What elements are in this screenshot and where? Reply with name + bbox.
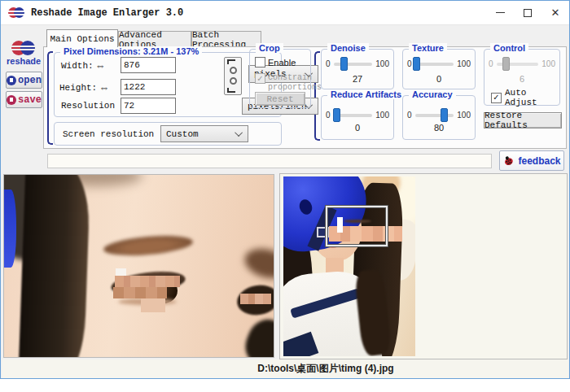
slider-max-label: 100	[542, 59, 555, 68]
slider-max-label: 100	[375, 111, 389, 120]
auto-adjust-label: Auto Adjust	[505, 88, 559, 107]
denoise-slider[interactable]	[334, 63, 373, 66]
preview-full-panel[interactable]	[279, 173, 568, 359]
reduce-artifacts-slider[interactable]	[334, 114, 373, 117]
slider-min-label: 0	[407, 59, 412, 68]
accuracy-slider[interactable]	[415, 114, 454, 117]
denoise-value: 27	[322, 74, 393, 84]
control-value: 6	[484, 74, 559, 84]
reduce-artifacts-value: 0	[322, 123, 393, 133]
control-group: Control 0 100 6 ✓ Auto Adjust	[484, 49, 560, 106]
slider-thumb[interactable]	[441, 108, 448, 122]
reshade-logo-icon	[11, 41, 36, 55]
texture-value: 0	[403, 74, 475, 84]
slider-thumb[interactable]	[413, 57, 420, 71]
width-resize-icon: ⇔	[95, 59, 106, 72]
resolution-label: Resolution	[61, 101, 115, 111]
reduce-artifacts-group: Reduce Artifacts 0 100 0	[321, 95, 394, 140]
crop-legend: Crop	[256, 43, 283, 53]
constrain-label-line2: proportions	[268, 83, 322, 92]
preview-zoom-panel[interactable]	[3, 174, 274, 358]
screen-resolution-group: Screen resolution Custom	[54, 122, 282, 146]
feedback-button-label: feedback	[518, 155, 560, 167]
maximize-button[interactable]	[514, 1, 542, 24]
slider-min-label: 0	[326, 111, 331, 120]
control-legend: Control	[490, 43, 528, 53]
link-dimensions-toggle[interactable]	[224, 57, 242, 95]
width-label: Width:	[61, 61, 94, 71]
texture-legend: Texture	[409, 43, 447, 53]
control-slider	[497, 63, 539, 66]
zoom-right-eye-glitch	[240, 294, 271, 304]
app-window: Reshade Image Enlarger 3.0 ✕ reshade ope…	[0, 0, 570, 379]
dimensions-bracket	[47, 51, 53, 145]
crop-enable-checkbox[interactable]	[255, 57, 265, 68]
tab-batch-processing[interactable]: Batch Processing	[191, 31, 261, 47]
open-icon	[7, 76, 16, 85]
source-photo	[283, 176, 415, 356]
reduce-artifacts-legend: Reduce Artifacts	[327, 89, 405, 99]
denoise-legend: Denoise	[327, 43, 369, 53]
width-input[interactable]	[121, 57, 176, 73]
height-label: Height:	[59, 83, 97, 93]
slider-max-label: 100	[457, 59, 471, 68]
zoom-glitch-band	[115, 276, 180, 287]
texture-slider[interactable]	[415, 63, 454, 66]
accuracy-value: 80	[403, 123, 475, 133]
main-options-page: Pixel Dimensions: 3.21M - 137% Width: ⇔ …	[43, 46, 567, 149]
zoom-glitch-band	[113, 287, 167, 298]
restore-defaults-button[interactable]: Restore Defaults	[484, 112, 562, 128]
zoom-hair	[18, 174, 90, 358]
close-button[interactable]: ✕	[542, 1, 569, 24]
accuracy-group: Accuracy 0 100 80	[402, 95, 476, 140]
titlebar: Reshade Image Enlarger 3.0 ✕	[1, 1, 569, 25]
slider-thumb[interactable]	[333, 108, 340, 122]
minimize-icon	[496, 12, 505, 13]
feedback-button[interactable]: feedback	[499, 150, 564, 171]
slider-min-label: 0	[489, 59, 493, 68]
height-resize-icon: ⇔	[99, 81, 109, 94]
auto-adjust-checkbox[interactable]: ✓	[491, 93, 502, 103]
height-input[interactable]	[121, 79, 176, 95]
zoom-glitch-patch	[141, 298, 165, 312]
reshade-logo-text: reshade	[7, 56, 41, 66]
chain-link-icon	[230, 77, 237, 85]
save-button[interactable]: save	[6, 91, 42, 108]
pixel-dimensions-group: Pixel Dimensions: 3.21M - 137% Width: ⇔ …	[54, 52, 282, 117]
screen-resolution-dropdown[interactable]: Custom	[160, 125, 248, 142]
slider-min-label: 0	[326, 59, 331, 68]
slider-max-label: 100	[457, 111, 471, 120]
open-button-label: open	[18, 75, 42, 86]
chain-link-icon	[230, 67, 237, 74]
screen: Reshade Image Enlarger 3.0 ✕ reshade ope…	[0, 0, 570, 392]
crop-enable-label: Enable	[268, 58, 296, 68]
reshade-logo: reshade	[7, 41, 41, 66]
status-bar: D:\tools\桌面\图片\timg (4).jpg	[2, 359, 568, 378]
tab-advanced-options[interactable]: Advanced Options	[118, 31, 191, 47]
denoise-group: Denoise 0 100 27	[321, 49, 394, 89]
tab-label: Main Options	[50, 34, 114, 44]
open-button[interactable]: open	[6, 72, 42, 89]
slider-thumb	[502, 57, 510, 71]
progress-bar	[47, 154, 492, 168]
zoom-glitch-white	[116, 268, 126, 276]
close-icon: ✕	[551, 7, 560, 18]
pixel-dimensions-legend: Pixel Dimensions: 3.21M - 137%	[60, 46, 202, 56]
resolution-input[interactable]	[121, 98, 176, 114]
minimize-button[interactable]	[486, 1, 514, 24]
crop-group: Crop Enable ✓ Constrain proportions Rese…	[249, 49, 311, 108]
ladybug-icon	[502, 155, 515, 167]
selection-rectangle[interactable]	[326, 206, 388, 246]
texture-group: Texture 0 100 0	[402, 49, 476, 89]
crop-reset-button: Reset	[255, 92, 305, 106]
tab-main-options[interactable]: Main Options	[46, 29, 118, 47]
accuracy-legend: Accuracy	[409, 89, 456, 99]
window-title: Reshade Image Enlarger 3.0	[31, 7, 183, 19]
slider-min-label: 0	[407, 111, 412, 120]
screen-resolution-value: Custom	[166, 129, 199, 139]
save-button-label: save	[18, 94, 42, 106]
save-icon	[7, 95, 16, 105]
file-path: D:\tools\桌面\图片\timg (4).jpg	[257, 362, 393, 376]
zoom-helmet-edge	[4, 189, 16, 268]
slider-thumb[interactable]	[340, 57, 348, 71]
